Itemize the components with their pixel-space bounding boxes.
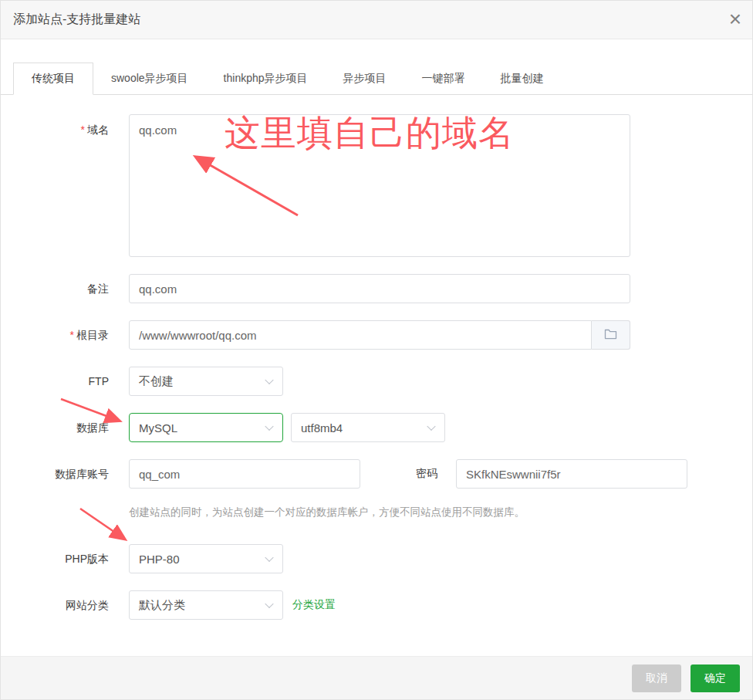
chevron-down-icon [265,553,273,562]
ftp-label: FTP [1,367,109,396]
dialog-footer: 取消 确定 [1,656,752,699]
root-dir-group [129,320,630,350]
php-version-row: PHP版本 PHP-80 [1,544,752,573]
ftp-row: FTP 不创建 [1,367,752,396]
tab-swoole-project[interactable]: swoole异步项目 [93,63,206,94]
php-version-label: PHP版本 [1,544,109,573]
remark-input[interactable] [129,274,630,303]
db-account-input[interactable] [129,459,360,489]
database-label: 数据库 [1,413,109,442]
chevron-down-icon [265,600,273,608]
db-account-label: 数据库账号 [1,459,109,489]
domain-row: *域名 qq.com [1,114,752,257]
site-category-value: 默认分类 [139,598,185,613]
dialog-header: 添加站点-支持批量建站 [1,1,752,39]
confirm-button[interactable]: 确定 [691,664,740,692]
root-dir-label: *根目录 [1,320,109,350]
category-settings-link[interactable]: 分类设置 [292,598,336,612]
php-version-select[interactable]: PHP-80 [129,544,283,573]
domain-label: *域名 [1,114,109,137]
chevron-down-icon [427,422,435,431]
site-category-select[interactable]: 默认分类 [129,590,283,620]
dialog-title: 添加站点-支持批量建站 [13,12,140,28]
db-password-input[interactable] [456,459,687,489]
database-engine-select[interactable]: MySQL [129,413,283,442]
root-dir-input[interactable] [129,320,592,350]
tab-one-click-deploy[interactable]: 一键部署 [404,63,483,94]
ftp-select[interactable]: 不创建 [129,367,283,396]
tab-async-project[interactable]: 异步项目 [326,63,404,94]
tab-batch-create[interactable]: 批量创建 [483,63,562,94]
chevron-down-icon [265,422,273,431]
root-dir-row: *根目录 [1,320,752,350]
site-category-row: 网站分类 默认分类 分类设置 [1,590,752,620]
database-row: 数据库 MySQL utf8mb4 [1,413,752,442]
db-password-label: 密码 [416,467,437,481]
project-type-tabs: 传统项目 swoole异步项目 thinkphp异步项目 异步项目 一键部署 批… [1,63,752,95]
ftp-selected-value: 不创建 [139,374,174,389]
remark-label: 备注 [1,274,109,303]
browse-directory-button[interactable] [592,320,630,350]
tab-thinkphp-project[interactable]: thinkphp异步项目 [206,63,326,94]
db-helper-note: 创建站点的同时，为站点创建一个对应的数据库帐户，方便不同站点使用不同数据库。 [129,506,752,519]
required-mark: * [81,123,85,136]
database-engine-value: MySQL [139,421,177,435]
domain-input[interactable]: qq.com [129,114,630,257]
site-category-label: 网站分类 [1,590,109,620]
tab-traditional-project[interactable]: 传统项目 [13,63,93,95]
dialog-body: *域名 qq.com 备注 *根目录 FTP [1,95,752,656]
chevron-down-icon [265,376,273,384]
database-charset-value: utf8mb4 [301,421,343,435]
required-mark: * [70,329,74,341]
close-icon[interactable]: × [729,8,741,30]
remark-row: 备注 [1,274,752,303]
add-site-dialog: 添加站点-支持批量建站 × 传统项目 swoole异步项目 thinkphp异步… [0,0,753,700]
php-version-value: PHP-80 [139,553,180,566]
cancel-button[interactable]: 取消 [632,664,681,692]
db-account-row: 数据库账号 密码 [1,459,752,489]
folder-icon [603,327,618,343]
database-charset-select[interactable]: utf8mb4 [291,413,445,442]
